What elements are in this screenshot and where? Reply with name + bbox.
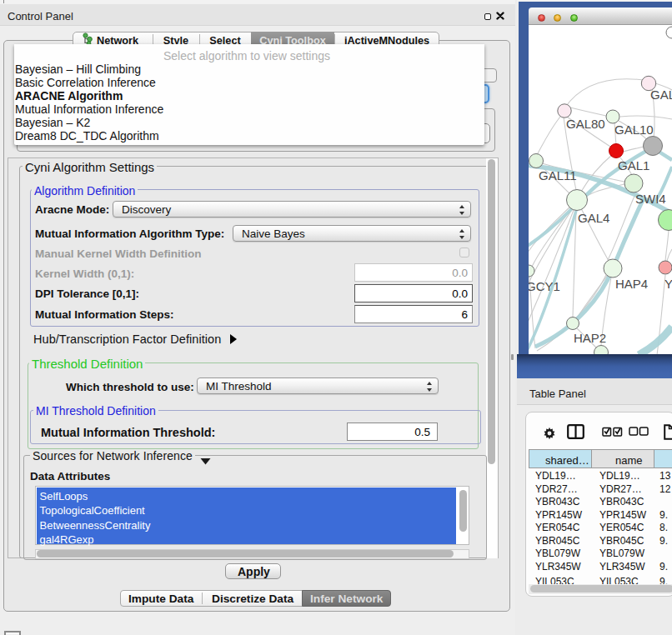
svg-text:GAL4: GAL4: [578, 211, 609, 225]
svg-text:GAL80: GAL80: [566, 117, 605, 131]
svg-text:GCY1: GCY1: [529, 279, 560, 293]
svg-text:HAP4: HAP4: [615, 277, 648, 291]
svg-text:GAL1: GAL1: [618, 158, 649, 172]
svg-text:GAL11: GAL11: [539, 168, 577, 182]
svg-text:Y: Y: [664, 277, 672, 291]
svg-text:GAL10: GAL10: [614, 122, 654, 137]
svg-text:SWI4: SWI4: [635, 192, 666, 206]
svg-text:HAP2: HAP2: [574, 331, 606, 345]
svg-text:GAL7: GAL7: [650, 88, 672, 102]
